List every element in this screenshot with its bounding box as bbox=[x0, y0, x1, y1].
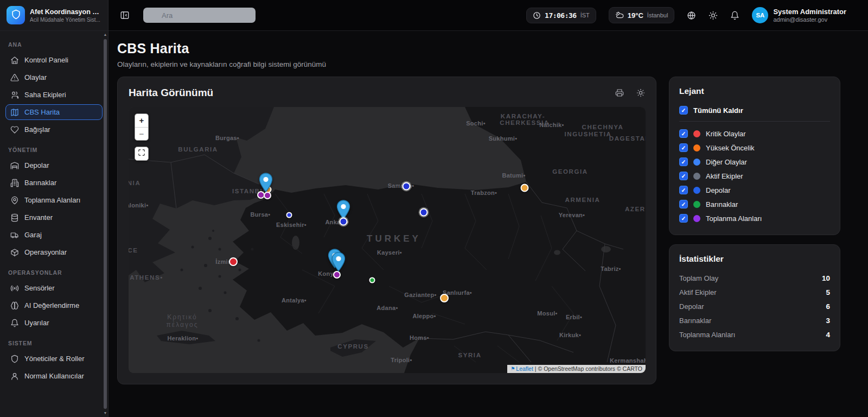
map-base-layer bbox=[129, 107, 646, 373]
map-marker-dot[interactable] bbox=[340, 218, 348, 226]
legend-title: Lejant bbox=[679, 86, 830, 96]
sidebar-section-label: ANA bbox=[8, 41, 100, 48]
legend-item-bar-naklar: Barınaklar bbox=[679, 197, 830, 211]
map-zoom-control: + − bbox=[135, 113, 149, 141]
sidebar-item-olaylar[interactable]: Olaylar bbox=[5, 70, 103, 85]
sidebar-section-label: SISTEM bbox=[8, 340, 100, 346]
legend-item-label: Aktif Ekipler bbox=[706, 172, 743, 180]
sidebar-nav: ANAKontrol PaneliOlaylarSaha EkipleriCBS… bbox=[0, 31, 108, 391]
scrollbar-thumb[interactable] bbox=[104, 39, 107, 409]
sidebar-item-label: AI Değerlendirme bbox=[24, 301, 79, 309]
sidebar-item-label: Kontrol Paneli bbox=[24, 56, 68, 64]
legend-item-label: Diğer Olaylar bbox=[706, 158, 747, 166]
map-marker-dot[interactable] bbox=[420, 208, 428, 217]
stat-label: Toplam Olay bbox=[679, 274, 718, 282]
sidebar-section-label: YÖNETIM bbox=[8, 147, 100, 153]
zoom-out-button[interactable]: − bbox=[135, 127, 148, 140]
legend-color-dot bbox=[693, 130, 700, 137]
sidebar-item-normal-kullan-c-lar[interactable]: Normal Kullanıcılar bbox=[5, 368, 103, 384]
map-marker-pin[interactable] bbox=[331, 252, 346, 271]
map-theme-sun-icon[interactable] bbox=[636, 89, 645, 97]
leaflet-flag-icon: ⚑ bbox=[510, 366, 515, 371]
zoom-in-button[interactable]: + bbox=[135, 114, 148, 127]
sidebar-item-label: CBS Harita bbox=[24, 108, 60, 116]
map-marker-pin[interactable] bbox=[259, 173, 273, 192]
map-marker-dot[interactable] bbox=[369, 277, 375, 283]
sidebar-item-garaj[interactable]: Garaj bbox=[5, 227, 103, 243]
sidebar-item-y-neticiler-roller[interactable]: Yöneticiler & Roller bbox=[5, 351, 103, 367]
leaflet-link[interactable]: ⚑Leaflet bbox=[510, 365, 533, 372]
brain-icon bbox=[10, 301, 19, 310]
stat-label: Barınaklar bbox=[679, 317, 711, 325]
sidebar-item-kontrol-paneli[interactable]: Kontrol Paneli bbox=[5, 52, 103, 68]
sidebar-item-label: Olaylar bbox=[24, 73, 47, 81]
map-marker-dot[interactable] bbox=[229, 257, 238, 266]
legend-color-dot bbox=[693, 201, 700, 208]
map-marker-dot[interactable] bbox=[286, 212, 292, 218]
sidebar-item-label: Barınaklar bbox=[24, 179, 56, 187]
page-title: CBS Harita bbox=[117, 41, 855, 56]
legend-checkbox[interactable] bbox=[679, 186, 688, 194]
stat-value: 5 bbox=[826, 288, 830, 296]
legend-checkbox[interactable] bbox=[679, 129, 688, 138]
map-card: Harita Görünümü bbox=[117, 77, 656, 384]
legend-color-dot bbox=[693, 187, 700, 194]
user-name: System Administrator bbox=[773, 8, 846, 16]
weather-chip: 19°C İstanbul bbox=[609, 7, 675, 23]
legend-checkbox[interactable] bbox=[679, 172, 688, 180]
avatar: SA bbox=[752, 7, 768, 23]
sidebar-item-label: Yöneticiler & Roller bbox=[24, 355, 85, 363]
sidebar-item-bar-naklar[interactable]: Barınaklar bbox=[5, 175, 103, 191]
legend-checkbox[interactable] bbox=[679, 157, 688, 166]
sidebar: Afet Koordinasyon Pla... Acil Müdahale Y… bbox=[0, 0, 108, 417]
map-icon bbox=[10, 108, 19, 117]
legend-item-label: Yüksek Öncelik bbox=[706, 144, 755, 152]
topbar: 17:06:36 İST 19°C İstanbul SA System Adm… bbox=[108, 0, 868, 31]
stat-row-aktif-ekipler: Aktif Ekipler5 bbox=[679, 285, 830, 299]
legend-checkbox[interactable] bbox=[679, 143, 688, 152]
legend-panel: Lejant Tümünü Kaldır Kritik OlaylarYükse… bbox=[669, 77, 840, 235]
main-content: CBS Harita Olayların, ekiplerin ve kayna… bbox=[108, 31, 868, 417]
sidebar-item-envanter[interactable]: Envanter bbox=[5, 210, 103, 225]
sidebar-item-operasyonlar[interactable]: Operasyonlar bbox=[5, 244, 103, 260]
map-marker-pin[interactable] bbox=[336, 200, 350, 219]
sidebar-item-ba-lar[interactable]: Bağışlar bbox=[5, 122, 103, 137]
legend-checkbox[interactable] bbox=[679, 200, 688, 208]
sidebar-item-cbs-harita[interactable]: CBS Harita bbox=[5, 104, 103, 120]
sidebar-item-ai-de-erlendirme[interactable]: AI Değerlendirme bbox=[5, 298, 103, 313]
sidebar-scrollbar[interactable]: ▲ ▼ bbox=[103, 32, 107, 416]
scrollbar-down-arrow[interactable]: ▼ bbox=[103, 410, 107, 416]
globe-icon[interactable] bbox=[687, 11, 696, 20]
sidebar-item-depolar[interactable]: Depolar bbox=[5, 157, 103, 173]
map-marker-dot[interactable] bbox=[521, 184, 529, 192]
user-menu[interactable]: SA System Administrator admin@disaster.g… bbox=[752, 7, 846, 23]
legend-item-di-er-olaylar: Diğer Olaylar bbox=[679, 155, 830, 169]
search-input[interactable] bbox=[143, 8, 256, 23]
scrollbar-up-arrow[interactable]: ▲ bbox=[103, 32, 107, 37]
map-marker-dot[interactable] bbox=[403, 182, 411, 191]
map-marker-dot[interactable] bbox=[440, 294, 449, 302]
theme-sun-icon[interactable] bbox=[709, 11, 718, 20]
heart-icon bbox=[10, 125, 19, 134]
sidebar-item-uyar-lar[interactable]: Uyarılar bbox=[5, 315, 103, 331]
sidebar-item-saha-ekipleri[interactable]: Saha Ekipleri bbox=[5, 87, 103, 103]
sidebar-item-toplanma-alanlar[interactable]: Toplanma Alanları bbox=[5, 192, 103, 208]
stats-panel: İstatistikler Toplam Olay10Aktif Ekipler… bbox=[669, 244, 840, 351]
stat-label: Toplanma Alanları bbox=[679, 331, 735, 339]
sidebar-item-label: Uyarılar bbox=[24, 319, 49, 327]
sidebar-item-sens-rler[interactable]: Sensörler bbox=[5, 280, 103, 296]
legend-checkbox[interactable] bbox=[679, 214, 688, 223]
stat-row-bar-naklar: Barınaklar3 bbox=[679, 313, 830, 327]
map-marker-dot[interactable] bbox=[264, 192, 271, 199]
sidebar-collapse-icon[interactable] bbox=[120, 10, 130, 20]
fullscreen-button[interactable] bbox=[135, 147, 149, 161]
toggle-all-checkbox[interactable] bbox=[679, 106, 688, 115]
truck-icon bbox=[10, 231, 19, 239]
bell-icon[interactable] bbox=[730, 11, 739, 20]
map-marker-dot[interactable] bbox=[333, 271, 341, 279]
clock-time: 17:06:36 bbox=[545, 11, 577, 20]
printer-icon[interactable] bbox=[615, 89, 624, 97]
legend-item-label: Toplanma Alanları bbox=[706, 214, 762, 223]
stat-label: Depolar bbox=[679, 302, 704, 311]
map-canvas[interactable]: Sochi•KARACHAY-CHERKESSIANalchik•CHECHNY… bbox=[129, 107, 646, 373]
